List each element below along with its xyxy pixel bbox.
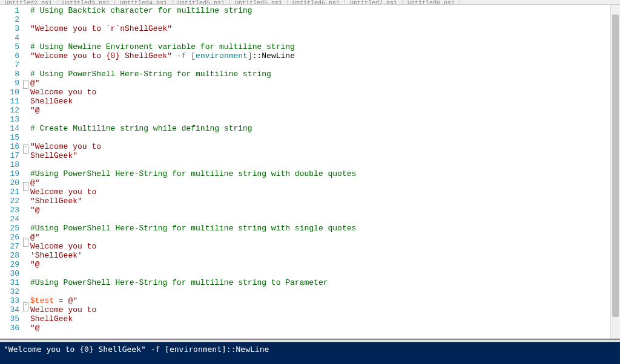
console-pane[interactable]: "Welcome you to {0} ShellGeek" -f [envir… bbox=[0, 339, 620, 364]
tab[interactable]: Untitled4.ps1 bbox=[115, 0, 173, 4]
code-line[interactable]: $test = @" bbox=[30, 296, 620, 305]
fold-toggle bbox=[23, 311, 30, 320]
fold-toggle[interactable]: - bbox=[23, 182, 30, 191]
fold-toggle bbox=[23, 292, 30, 301]
code-line[interactable]: ShellGeek bbox=[30, 97, 620, 106]
code-line[interactable]: "Welcome you to `r`nShellGeek" bbox=[30, 24, 620, 33]
code-line[interactable] bbox=[30, 60, 620, 70]
code-line[interactable]: 'ShellGeek' bbox=[30, 251, 620, 260]
code-line[interactable] bbox=[30, 269, 620, 278]
fold-toggle bbox=[23, 247, 30, 256]
code-area[interactable]: # Using Backtick character for multiline… bbox=[30, 5, 620, 339]
code-line[interactable]: # Create Multiline string while defining… bbox=[30, 124, 620, 133]
fold-toggle bbox=[23, 134, 30, 143]
line-number: 30 bbox=[0, 269, 19, 278]
line-number: 25 bbox=[0, 224, 19, 233]
fold-toggle bbox=[23, 15, 30, 24]
code-line[interactable]: Welcome you to bbox=[30, 305, 620, 314]
code-line[interactable]: "Welcome you to {0} ShellGeek" -f [envir… bbox=[30, 51, 620, 60]
editor[interactable]: 1234567891011121314151617181920212223242… bbox=[0, 5, 620, 339]
fold-toggle bbox=[23, 24, 30, 33]
tab[interactable]: Untitled5.ps1 bbox=[230, 0, 288, 4]
line-number: 22 bbox=[0, 197, 19, 206]
line-number: 9 bbox=[0, 79, 19, 88]
vertical-scrollbar[interactable] bbox=[610, 5, 620, 339]
scrollbar-thumb[interactable] bbox=[612, 15, 619, 317]
line-number: 7 bbox=[0, 60, 19, 70]
code-line[interactable] bbox=[30, 287, 620, 296]
fold-toggle bbox=[23, 89, 30, 98]
code-line[interactable] bbox=[30, 133, 620, 142]
fold-toggle bbox=[23, 274, 30, 283]
code-line[interactable]: # Using PowerShell Here-String for multi… bbox=[30, 70, 620, 79]
tab-bar: Untitled2.ps1 Untitled3.ps1 Untitled4.ps… bbox=[0, 0, 620, 5]
code-line[interactable]: Welcome you to bbox=[30, 88, 620, 97]
code-line[interactable]: @" bbox=[30, 178, 620, 187]
code-line[interactable]: "ShellGeek" bbox=[30, 197, 620, 206]
fold-toggle bbox=[23, 98, 30, 107]
code-line[interactable]: Welcome you to bbox=[30, 242, 620, 251]
fold-toggle bbox=[23, 107, 30, 116]
fold-toggle bbox=[23, 51, 30, 60]
fold-toggle bbox=[23, 209, 30, 218]
line-number: 35 bbox=[0, 314, 19, 323]
fold-toggle bbox=[23, 227, 30, 236]
code-line[interactable]: Welcome you to bbox=[30, 187, 620, 197]
tab[interactable]: Untitled8.ps1 bbox=[403, 0, 460, 4]
code-line[interactable]: #Using PowerShell Here-String for multil… bbox=[30, 169, 620, 178]
fold-toggle bbox=[23, 125, 30, 134]
code-line[interactable]: "@ bbox=[30, 323, 620, 333]
line-number: 18 bbox=[0, 160, 19, 169]
fold-toggle bbox=[23, 218, 30, 227]
line-number: 28 bbox=[0, 251, 19, 260]
code-line[interactable]: # Using Backtick character for multiline… bbox=[30, 6, 620, 15]
fold-toggle[interactable]: - bbox=[23, 80, 30, 89]
line-number: 10 bbox=[0, 88, 19, 97]
code-line[interactable] bbox=[30, 215, 620, 224]
code-line[interactable]: @" bbox=[30, 79, 620, 88]
fold-toggle bbox=[23, 33, 30, 42]
fold-toggle bbox=[23, 256, 30, 265]
code-line[interactable]: ShellGeek" bbox=[30, 151, 620, 160]
code-line[interactable]: "@ bbox=[30, 206, 620, 215]
tab[interactable]: Untitled5.ps1 bbox=[173, 0, 230, 4]
code-line[interactable]: # Using Newline Environent variable for … bbox=[30, 42, 620, 51]
fold-toggle[interactable]: - bbox=[23, 302, 30, 311]
tab[interactable]: Untitled7.ps1 bbox=[345, 0, 403, 4]
tab[interactable]: Untitled6.ps1 bbox=[288, 0, 345, 4]
line-number: 2 bbox=[0, 15, 19, 24]
line-number: 17 bbox=[0, 151, 19, 160]
fold-toggle bbox=[23, 60, 30, 70]
code-line[interactable]: ShellGeek bbox=[30, 314, 620, 323]
code-line[interactable] bbox=[30, 160, 620, 169]
code-line[interactable] bbox=[30, 15, 620, 24]
line-number: 14 bbox=[0, 124, 19, 133]
code-line[interactable] bbox=[30, 33, 620, 42]
code-line[interactable] bbox=[30, 115, 620, 124]
line-number: 23 bbox=[0, 206, 19, 215]
fold-toggle[interactable]: - bbox=[23, 145, 30, 154]
fold-toggle bbox=[23, 70, 30, 79]
line-number: 34 bbox=[0, 305, 19, 314]
line-number: 3 bbox=[0, 24, 19, 33]
code-line[interactable]: @" bbox=[30, 233, 620, 242]
line-number: 5 bbox=[0, 42, 19, 51]
fold-toggle[interactable]: - bbox=[23, 238, 30, 247]
line-number-gutter: 1234567891011121314151617181920212223242… bbox=[0, 5, 23, 339]
line-number: 21 bbox=[0, 187, 19, 197]
tab[interactable]: Untitled3.ps1 bbox=[58, 0, 115, 4]
code-line[interactable]: #Using PowerShell Here-String for multil… bbox=[30, 224, 620, 233]
fold-toggle bbox=[23, 320, 30, 330]
code-line[interactable]: "Welcome you to bbox=[30, 142, 620, 151]
code-line[interactable]: "@ bbox=[30, 106, 620, 115]
fold-toggle bbox=[23, 6, 30, 15]
fold-toggle bbox=[23, 154, 30, 163]
code-line[interactable]: "@ bbox=[30, 260, 620, 269]
fold-toggle bbox=[23, 283, 30, 292]
line-number: 13 bbox=[0, 115, 19, 124]
line-number: 15 bbox=[0, 133, 19, 142]
line-number: 8 bbox=[0, 70, 19, 79]
fold-toggle bbox=[23, 116, 30, 125]
code-line[interactable]: #Using PowerShell Here-String for multil… bbox=[30, 278, 620, 287]
tab[interactable]: Untitled2.ps1 bbox=[0, 0, 58, 4]
